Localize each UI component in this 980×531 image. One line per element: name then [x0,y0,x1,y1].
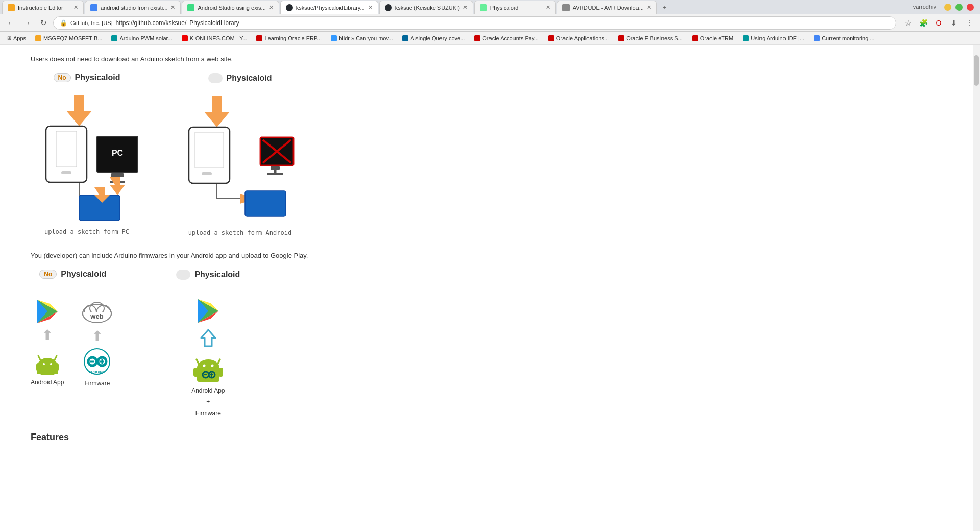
bookmark-label: Using Arduino IDE |... [751,35,804,41]
tab-close-btn[interactable]: ✕ [647,4,651,11]
tab-close-btn[interactable]: ✕ [74,4,78,11]
tab-physicaloid[interactable]: Physicaloid ✕ [474,1,556,14]
svg-rect-17 [195,132,224,168]
menu-button[interactable]: ⋮ [963,16,976,30]
window-controls: varrodhiv [913,4,978,11]
bookmark-label: Current monitoring ... [822,35,874,41]
minimize-button[interactable] [944,4,951,11]
diagram1-svg: PC [31,90,143,223]
opera-button[interactable]: O [932,16,945,30]
bookmark-favicon [35,35,41,41]
page-content: Users does not need to download an Ardui… [0,45,973,531]
title-bar: Instructable Editor ✕ android studio fro… [0,0,980,14]
bookmarks-bar: ⊞ Apps MSGEQ7 MOSFET B... Arduino PWM so… [0,32,980,45]
svg-rect-69 [193,368,198,377]
diagram3-header: No Physicaloid [39,270,106,279]
diagram3-web-col: web ⬆ [79,297,115,387]
bookmark-konlines[interactable]: K-ONLINES.COM - Y... [178,33,252,44]
bookmark-oracle-applications[interactable]: Oracle Applications... [544,33,613,44]
svg-line-41 [55,356,57,360]
tab-physicaloid-library[interactable]: ksksue/PhysicaloidLibrary... ✕ [280,1,378,14]
svg-rect-26 [271,166,280,170]
tab-close-btn[interactable]: ✕ [170,4,175,11]
tab-label: ksksue (Keisuke SUZUKI) [395,5,460,11]
back-button[interactable]: ← [4,16,17,30]
forward-button[interactable]: → [20,16,34,30]
restore-button[interactable] [955,4,963,11]
diagrams-row-1: No Physicaloid [31,73,942,236]
bookmark-oracle-ebusiness[interactable]: Oracle E-Business S... [614,33,687,44]
bookmark-favicon [618,35,624,41]
bookmark-msgeq7[interactable]: MSGEQ7 MOSFET B... [31,33,106,44]
svg-rect-2 [56,131,77,167]
bookmark-label: K-ONLINES.COM - Y... [190,35,248,41]
tab-favicon-github-2 [385,4,392,11]
scrollbar[interactable] [973,45,980,531]
bookmark-oracle-erp[interactable]: Learning Oracle ERP... [252,33,326,44]
svg-marker-62 [201,330,215,346]
tab-instructable-editor[interactable]: Instructable Editor ✕ [2,1,84,14]
diagram4-title: Physicaloid [194,270,240,279]
bookmark-single-query[interactable]: A single Query cove... [398,33,469,44]
tab-favicon-android-studio [187,4,194,11]
diagram1-caption: upload a sketch form PC [44,228,129,235]
bookmark-oracle-etrm[interactable]: Oracle eTRM [688,33,738,44]
bookmark-label: Oracle E-Business S... [626,35,683,41]
blue-up-arrow-icon [198,328,218,348]
tab-android-studio-2[interactable]: Android Studio using exis... ✕ [182,1,279,14]
secure-org: GitHub, Inc. [US] [70,20,113,26]
reload-button[interactable]: ↻ [37,16,50,30]
tab-close-btn[interactable]: ✕ [269,4,274,11]
url-prefix: https://github.com/ksksue/ [116,19,187,27]
content-area: Users does not need to download an Ardui… [0,45,980,531]
svg-rect-28 [267,173,283,175]
tab-favicon-github [286,4,293,11]
svg-point-65 [203,365,205,367]
features-heading: Features [31,432,942,443]
tab-favicon-instructable [8,4,15,11]
bookmark-arduino-pwm[interactable]: Arduino PWM solar... [107,33,176,44]
up-arrow-1: ⬆ [41,328,53,343]
svg-marker-0 [66,95,92,126]
browser-frame: Instructable Editor ✕ android studio fro… [0,0,980,531]
google-play-icon-2 [195,298,221,324]
bookmark-apps[interactable]: ⊞ Apps [3,33,30,44]
nav-icons: ☆ 🧩 O ⬇ ⋮ [901,16,976,30]
tab-close-btn[interactable]: ✕ [368,4,373,11]
address-bar[interactable]: 🔒 GitHub, Inc. [US] https://github.com/k… [53,16,896,30]
bookmark-label: Oracle eTRM [700,35,733,41]
bookmark-label: Oracle Applications... [556,35,609,41]
bookmark-oracle-accounts[interactable]: Oracle Accounts Pay... [470,33,543,44]
diagram4-physicaloid: Physicaloid [176,270,240,417]
scrollbar-thumb[interactable] [974,55,979,86]
new-tab-button[interactable]: + [658,1,671,14]
user-profile[interactable]: varrodhiv [913,4,936,11]
tab-close-btn[interactable]: ✕ [463,4,468,11]
bookmark-star-button[interactable]: ☆ [901,16,915,30]
bookmark-label: Oracle Accounts Pay... [482,35,538,41]
diagram2-title: Physicaloid [227,74,272,83]
svg-text:web: web [90,312,104,320]
bookmark-label: Apps [13,35,26,41]
close-button[interactable] [967,4,974,11]
extensions-button[interactable]: 🧩 [917,16,930,30]
tab-ksksue[interactable]: ksksue (Keisuke SUZUKI) ✕ [379,1,473,14]
svg-rect-3 [61,171,71,174]
google-play-icon [35,299,60,324]
tab-favicon-avrdude [562,4,570,11]
bookmark-label: MSGEQ7 MOSFET B... [43,35,102,41]
bookmark-current-monitoring[interactable]: Current monitoring ... [810,33,878,44]
svg-rect-70 [218,368,223,377]
svg-text:ARDUINO: ARDUINO [89,370,106,374]
download-button[interactable]: ⬇ [947,16,961,30]
tab-close-btn[interactable]: ✕ [546,4,550,11]
diagram3-title: Physicaloid [61,270,106,279]
tab-avrdude[interactable]: AVRDUDE - AVR Downloa... ✕ [557,1,657,14]
svg-rect-43 [55,363,59,371]
bookmark-bildr[interactable]: bildr » Can you mov... [327,33,397,44]
bookmark-arduino-ide[interactable]: Using Arduino IDE |... [739,33,808,44]
circle-badge-4 [176,270,190,280]
tab-android-studio-1[interactable]: android studio from existi... ✕ [85,1,181,14]
diagram4-label1: Android App [191,387,225,394]
bookmark-label: Arduino PWM solar... [119,35,172,41]
